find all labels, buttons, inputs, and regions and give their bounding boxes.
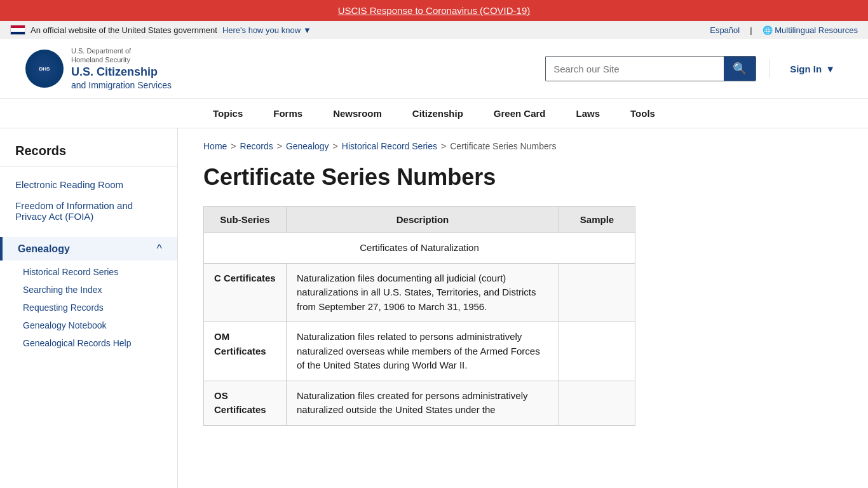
nav-forms[interactable]: Forms: [258, 99, 318, 128]
col-sub-series: Sub-Series: [204, 207, 287, 233]
description-c: Naturalization files documenting all jud…: [287, 263, 559, 322]
chevron-down-icon: ▼: [303, 25, 311, 35]
sidebar-title: Records: [0, 144, 177, 166]
page-title: Certificate Series Numbers: [203, 164, 843, 191]
breadcrumb-sep-2: >: [277, 141, 282, 151]
sign-in-label: Sign In: [790, 64, 822, 74]
sidebar-item-genealogy-notebook[interactable]: Genealogy Notebook: [0, 316, 177, 334]
page-layout: Records Electronic Reading Room Freedom …: [0, 128, 868, 488]
sign-in-button[interactable]: Sign In ▼: [782, 58, 843, 79]
site-header: DHS U.S. Department ofHomeland Security …: [0, 39, 868, 99]
sub-series-om: OM Certificates: [204, 322, 287, 381]
sidebar: Records Electronic Reading Room Freedom …: [0, 128, 178, 488]
logo-area: DHS U.S. Department ofHomeland Security …: [25, 46, 172, 91]
sidebar-item-historical-record-series[interactable]: Historical Record Series: [0, 263, 177, 281]
sidebar-item-electronic-reading-room[interactable]: Electronic Reading Room: [0, 174, 177, 195]
search-icon: 🔍: [733, 62, 747, 76]
globe-icon: 🌐: [763, 25, 773, 35]
alert-link[interactable]: USCIS Response to Coronavirus (COVID-19): [338, 5, 531, 16]
description-om: Naturalization files related to persons …: [287, 322, 559, 381]
agency-name: U.S. Citizenship: [71, 65, 172, 79]
nav-citizenship[interactable]: Citizenship: [397, 99, 478, 128]
nav-tools[interactable]: Tools: [615, 99, 670, 128]
sidebar-genealogy-section: Genealogy ^ Historical Record Series Sea…: [0, 237, 177, 352]
logo-text: U.S. Department ofHomeland Security U.S.…: [71, 46, 172, 91]
dhs-seal: DHS: [25, 50, 64, 88]
main-content: Home > Records > Genealogy > Historical …: [178, 128, 868, 488]
sidebar-genealogy-sub-links: Historical Record Series Searching the I…: [0, 263, 177, 352]
search-input[interactable]: [546, 58, 724, 79]
official-text: An official website of the United States…: [31, 25, 217, 35]
nav-green-card[interactable]: Green Card: [478, 99, 561, 128]
sidebar-item-requesting-records[interactable]: Requesting Records: [0, 299, 177, 316]
sidebar-genealogy-toggle[interactable]: ^: [157, 242, 162, 255]
sample-om: [559, 322, 635, 381]
nav-topics[interactable]: Topics: [198, 99, 258, 128]
official-banner-right: Español | 🌐 Multilingual Resources: [710, 25, 858, 35]
section-header-cell: Certificates of Naturalization: [204, 233, 635, 264]
table-row: OM Certificates Naturalization files rel…: [204, 322, 635, 381]
col-description: Description: [287, 207, 559, 233]
dept-label: U.S. Department ofHomeland Security: [71, 46, 172, 65]
main-nav: Topics Forms Newsroom Citizenship Green …: [0, 99, 868, 128]
sidebar-item-searching-the-index[interactable]: Searching the Index: [0, 281, 177, 299]
search-button[interactable]: 🔍: [724, 57, 756, 81]
search-area: 🔍: [545, 56, 756, 81]
nav-newsroom[interactable]: Newsroom: [318, 99, 397, 128]
breadcrumb: Home > Records > Genealogy > Historical …: [203, 141, 843, 151]
breadcrumb-sep-4: >: [441, 141, 446, 151]
breadcrumb-genealogy[interactable]: Genealogy: [286, 141, 329, 151]
sub-series-os: OS Certificates: [204, 381, 287, 425]
breadcrumb-records[interactable]: Records: [240, 141, 273, 151]
divider: |: [750, 25, 752, 35]
multilingual-link[interactable]: 🌐 Multilingual Resources: [763, 25, 858, 35]
us-flag-icon: [10, 25, 25, 35]
breadcrumb-historical-record-series[interactable]: Historical Record Series: [342, 141, 437, 151]
sample-os: [559, 381, 635, 425]
sub-series-c: C Certificates: [204, 263, 287, 322]
nav-laws[interactable]: Laws: [561, 99, 616, 128]
agency-sub: and Immigration Services: [71, 79, 172, 91]
breadcrumb-current: Certificate Series Numbers: [450, 141, 556, 151]
table-header-row: Sub-Series Description Sample: [204, 207, 635, 233]
chevron-down-icon: ▼: [825, 64, 835, 74]
breadcrumb-sep-1: >: [231, 141, 236, 151]
table-section-header: Certificates of Naturalization: [204, 233, 635, 264]
description-os: Naturalization files created for persons…: [287, 381, 559, 425]
header-divider: [769, 59, 770, 78]
how-know-text: Here's how you know: [222, 25, 301, 35]
alert-banner: USCIS Response to Coronavirus (COVID-19): [0, 0, 868, 21]
sidebar-genealogy-header: Genealogy ^: [0, 237, 177, 261]
table-row: C Certificates Naturalization files docu…: [204, 263, 635, 322]
official-banner: An official website of the United States…: [0, 21, 868, 39]
official-banner-left: An official website of the United States…: [10, 25, 311, 35]
header-right: 🔍 Sign In ▼: [545, 56, 843, 81]
certificate-series-table: Sub-Series Description Sample Certificat…: [203, 206, 635, 426]
breadcrumb-sep-3: >: [333, 141, 338, 151]
how-know-link[interactable]: Here's how you know ▼: [222, 25, 311, 35]
sidebar-genealogy-title[interactable]: Genealogy: [18, 243, 70, 255]
col-sample: Sample: [559, 207, 635, 233]
espanol-link[interactable]: Español: [710, 25, 740, 35]
sidebar-item-foia[interactable]: Freedom of Information and Privacy Act (…: [0, 195, 177, 227]
table-row: OS Certificates Naturalization files cre…: [204, 381, 635, 425]
sidebar-item-genealogical-records-help[interactable]: Genealogical Records Help: [0, 334, 177, 352]
sample-c: [559, 263, 635, 322]
breadcrumb-home[interactable]: Home: [203, 141, 227, 151]
